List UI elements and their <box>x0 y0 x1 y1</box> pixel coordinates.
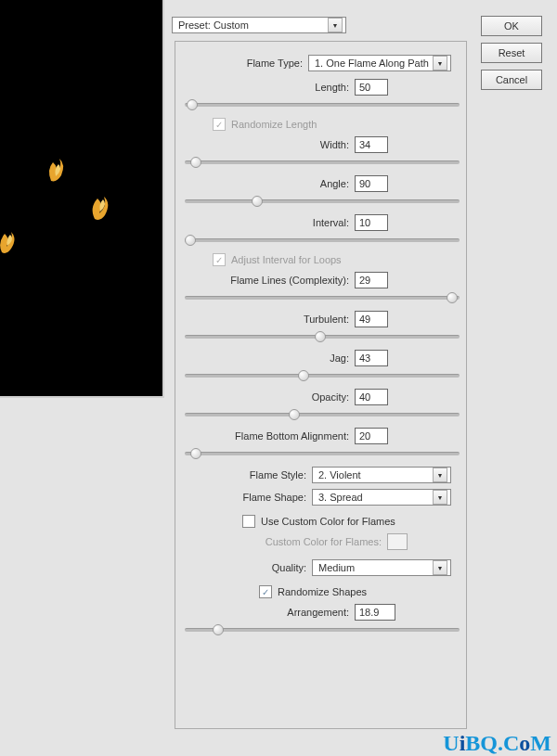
width-input[interactable]: 34 <box>355 136 388 153</box>
bottom-align-slider[interactable] <box>185 448 460 459</box>
reset-button[interactable]: Reset <box>481 43 542 63</box>
interval-input[interactable]: 10 <box>355 214 388 231</box>
interval-label: Interval: <box>313 217 349 228</box>
slider-thumb[interactable] <box>190 157 201 168</box>
slider-thumb[interactable] <box>447 292 458 303</box>
randomize-shapes-label: Randomize Shapes <box>278 586 367 597</box>
preview-canvas <box>0 0 164 398</box>
flame-style-label: Flame Style: <box>250 469 306 481</box>
custom-color-swatch <box>387 533 408 550</box>
opacity-input[interactable]: 40 <box>355 389 388 405</box>
slider-thumb[interactable] <box>213 624 224 635</box>
chevron-down-icon: ▼ <box>433 56 447 70</box>
length-input[interactable]: 50 <box>355 79 388 96</box>
width-slider[interactable] <box>185 157 460 168</box>
quality-label: Quality: <box>272 562 306 573</box>
preset-label: Preset: Custom <box>178 19 249 31</box>
use-custom-color-checkbox[interactable] <box>242 515 255 528</box>
slider-thumb[interactable] <box>190 448 201 459</box>
jag-label: Jag: <box>330 352 349 364</box>
chevron-down-icon: ▼ <box>328 18 343 32</box>
flame-style-dropdown[interactable]: 2. Violent ▼ <box>312 467 451 483</box>
complexity-slider[interactable] <box>185 292 460 303</box>
slider-thumb[interactable] <box>187 99 198 110</box>
flame-type-label: Flame Type: <box>247 58 303 69</box>
turbulent-label: Turbulent: <box>304 314 349 325</box>
chevron-down-icon: ▼ <box>433 490 447 505</box>
chevron-down-icon: ▼ <box>433 560 447 575</box>
chevron-down-icon: ▼ <box>433 468 447 482</box>
width-label: Width: <box>320 139 349 150</box>
options-panel: Flame Type: 1. One Flame Along Path ▼ Le… <box>175 41 467 729</box>
preset-dropdown[interactable]: Preset: Custom ▼ <box>172 17 346 33</box>
opacity-label: Opacity: <box>312 391 349 403</box>
slider-thumb[interactable] <box>289 409 300 420</box>
slider-thumb[interactable] <box>298 370 309 381</box>
jag-input[interactable]: 43 <box>355 350 388 366</box>
flame-shape-dropdown[interactable]: 3. Spread ▼ <box>312 489 451 506</box>
randomize-length-label: Randomize Length <box>231 119 317 130</box>
slider-thumb[interactable] <box>252 196 263 207</box>
custom-color-label: Custom Color for Flames: <box>266 536 382 547</box>
opacity-slider[interactable] <box>185 409 460 420</box>
watermark: UiBQ.CoM <box>443 731 551 756</box>
slider-thumb[interactable] <box>185 235 196 246</box>
bottom-align-label: Flame Bottom Alignment: <box>235 430 349 442</box>
length-slider[interactable] <box>185 99 460 110</box>
angle-input[interactable]: 90 <box>355 175 388 192</box>
complexity-label: Flame Lines (Complexity): <box>230 275 349 286</box>
cancel-button[interactable]: Cancel <box>481 70 542 90</box>
adjust-interval-label: Adjust Interval for Loops <box>231 254 342 265</box>
flame-shape-label: Flame Shape: <box>243 492 306 503</box>
turbulent-slider[interactable] <box>185 331 460 342</box>
interval-slider[interactable] <box>185 235 460 246</box>
arrangement-slider[interactable] <box>185 624 460 635</box>
flame-type-dropdown[interactable]: 1. One Flame Along Path ▼ <box>308 55 451 71</box>
length-label: Length: <box>315 82 349 93</box>
arrangement-input[interactable]: 18.9 <box>355 604 395 621</box>
slider-thumb[interactable] <box>315 331 326 342</box>
arrangement-label: Arrangement: <box>287 607 349 618</box>
randomize-length-checkbox <box>213 118 226 131</box>
ok-button[interactable]: OK <box>481 16 542 36</box>
complexity-input[interactable]: 29 <box>355 272 388 288</box>
turbulent-input[interactable]: 49 <box>355 311 388 327</box>
use-custom-color-label: Use Custom Color for Flames <box>261 516 395 527</box>
angle-slider[interactable] <box>185 196 460 207</box>
randomize-shapes-checkbox[interactable] <box>259 585 272 598</box>
angle-label: Angle: <box>320 178 349 189</box>
quality-dropdown[interactable]: Medium ▼ <box>312 559 451 576</box>
jag-slider[interactable] <box>185 370 460 381</box>
bottom-align-input[interactable]: 20 <box>355 428 388 444</box>
adjust-interval-checkbox <box>213 253 226 266</box>
